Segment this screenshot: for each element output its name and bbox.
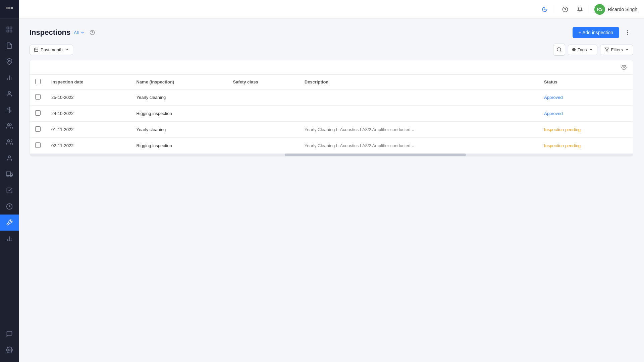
row-description: Yearly Cleaning L-Acoustics LA8/2 Amplif… <box>299 138 539 154</box>
select-all-checkbox[interactable] <box>35 79 41 84</box>
row-checkbox[interactable] <box>35 110 41 116</box>
more-options-button[interactable] <box>622 27 633 38</box>
row-checkbox[interactable] <box>35 126 41 132</box>
topbar-divider <box>555 5 555 13</box>
svg-rect-2 <box>11 7 13 9</box>
add-inspection-button[interactable]: + Add inspection <box>573 27 619 38</box>
row-checkbox[interactable] <box>35 94 41 100</box>
topbar: RS Ricardo Singh <box>19 0 644 19</box>
row-inspection-date: 25-10-2022 <box>46 89 131 106</box>
svg-point-30 <box>627 31 628 31</box>
sidebar-item-team[interactable] <box>0 118 19 134</box>
row-name: Rigging inspection <box>131 106 227 122</box>
sidebar-bottom <box>0 326 19 362</box>
svg-point-13 <box>7 124 10 126</box>
toolbar: Past month Tags Filters <box>30 44 633 56</box>
row-safety-class <box>227 138 299 154</box>
sidebar-item-settings[interactable] <box>0 342 19 358</box>
table-row[interactable]: 01-11-2022 Yearly cleaning Yearly Cleani… <box>30 122 633 138</box>
svg-point-37 <box>557 48 561 51</box>
date-filter-button[interactable]: Past month <box>30 45 73 55</box>
page-actions: + Add inspection <box>573 27 633 38</box>
svg-point-19 <box>10 175 12 177</box>
row-safety-class <box>227 89 299 106</box>
row-status: Approved <box>539 89 633 106</box>
header-inspection-date: Inspection date <box>46 75 131 89</box>
tag-dot <box>572 48 576 51</box>
table-row[interactable]: 02-11-2022 Rigging inspection Yearly Cle… <box>30 138 633 154</box>
svg-rect-3 <box>7 27 9 29</box>
table-header-row: Inspection date Name (Inspection) Safety… <box>30 75 633 89</box>
toolbar-right: Tags Filters <box>553 44 633 56</box>
svg-rect-33 <box>35 48 38 52</box>
svg-rect-5 <box>7 30 9 32</box>
sidebar-item-analytics[interactable] <box>0 231 19 247</box>
row-status: Inspection pending <box>539 122 633 138</box>
header-status: Status <box>539 75 633 89</box>
user-info[interactable]: RS Ricardo Singh <box>594 4 637 15</box>
row-checkbox[interactable] <box>35 142 41 148</box>
sidebar-item-tasks[interactable] <box>0 182 19 198</box>
notifications-button[interactable] <box>574 3 586 15</box>
sidebar-item-user-profile[interactable] <box>0 86 19 102</box>
content: Inspections All + Add inspection <box>19 19 644 362</box>
page-title-area: Inspections All <box>30 28 96 37</box>
theme-toggle-button[interactable] <box>539 3 551 15</box>
svg-line-38 <box>560 51 561 52</box>
header-description: Description <box>299 75 539 89</box>
sidebar-item-messages[interactable] <box>0 326 19 342</box>
svg-rect-4 <box>10 27 12 29</box>
row-name: Yearly cleaning <box>131 122 227 138</box>
svg-point-25 <box>9 349 10 351</box>
sidebar-item-finance[interactable] <box>0 102 19 118</box>
topbar-actions: RS Ricardo Singh <box>539 3 637 15</box>
search-button[interactable] <box>553 44 565 56</box>
svg-marker-39 <box>605 48 609 52</box>
svg-rect-0 <box>6 7 8 9</box>
svg-marker-17 <box>10 173 12 176</box>
table-row[interactable]: 24-10-2022 Rigging inspection Approved <box>30 106 633 122</box>
sidebar-item-location[interactable] <box>0 54 19 70</box>
row-checkbox-cell <box>30 138 46 154</box>
filter-badge[interactable]: All <box>74 30 85 35</box>
row-status: Approved <box>539 106 633 122</box>
svg-point-14 <box>7 140 10 142</box>
row-checkbox-cell <box>30 89 46 106</box>
sidebar <box>0 0 19 362</box>
svg-rect-16 <box>6 172 10 176</box>
main-area: RS Ricardo Singh Inspections All + Add i… <box>19 0 644 362</box>
sidebar-item-dashboard[interactable] <box>0 21 19 38</box>
page-header: Inspections All + Add inspection <box>30 27 633 38</box>
svg-point-32 <box>627 34 628 35</box>
filters-button[interactable]: Filters <box>600 45 633 55</box>
sidebar-item-inspections[interactable] <box>0 215 19 231</box>
row-safety-class <box>227 122 299 138</box>
sidebar-item-people[interactable] <box>0 150 19 166</box>
header-safety-class: Safety class <box>227 75 299 89</box>
row-inspection-date: 02-11-2022 <box>46 138 131 154</box>
sidebar-item-reports[interactable] <box>0 70 19 86</box>
page-help-button[interactable] <box>88 28 96 37</box>
sidebar-item-assets[interactable] <box>0 38 19 54</box>
row-inspection-date: 24-10-2022 <box>46 106 131 122</box>
svg-point-7 <box>9 60 10 62</box>
table-row[interactable]: 25-10-2022 Yearly cleaning Approved <box>30 89 633 106</box>
scrollbar-thumb <box>285 154 466 156</box>
sidebar-item-transport[interactable] <box>0 166 19 182</box>
sidebar-item-history[interactable] <box>0 198 19 215</box>
user-name: Ricardo Singh <box>608 7 637 12</box>
row-name: Rigging inspection <box>131 138 227 154</box>
row-inspection-date: 01-11-2022 <box>46 122 131 138</box>
sidebar-item-contacts[interactable] <box>0 134 19 150</box>
topbar-divider-2 <box>590 5 590 13</box>
header-name: Name (Inspection) <box>131 75 227 89</box>
table-settings-button[interactable] <box>619 62 629 72</box>
sidebar-nav <box>0 19 19 326</box>
row-checkbox-cell <box>30 122 46 138</box>
page-title: Inspections <box>30 28 70 37</box>
svg-point-18 <box>7 175 8 177</box>
help-button[interactable] <box>559 3 571 15</box>
tags-button[interactable]: Tags <box>568 45 597 55</box>
row-description: Yearly Cleaning L-Acoustics LA8/2 Amplif… <box>299 122 539 138</box>
scrollbar-area[interactable] <box>30 154 633 156</box>
